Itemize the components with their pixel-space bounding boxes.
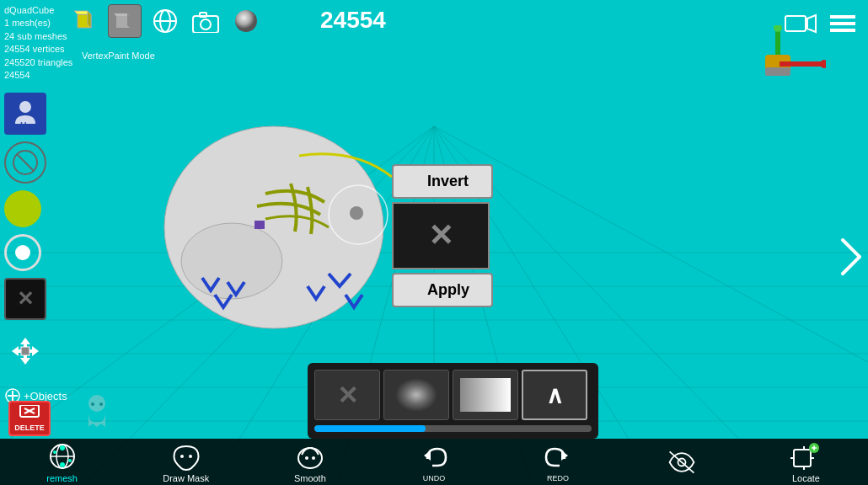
bottom-toolbar: remesh Draw Mask Smooth [0,439,868,485]
svg-point-69 [60,445,65,450]
svg-text:M: M [20,120,27,129]
brush-progress-fill [314,425,426,432]
svg-point-62 [99,402,103,406]
svg-rect-56 [21,347,29,355]
color-swatch[interactable]: ✕ [392,202,490,269]
svg-point-42 [820,60,826,68]
left-sidebar: M ✕ [4,93,46,372]
draw-mask-label: Draw Mask [163,473,209,483]
svg-line-81 [670,451,694,472]
vertex-paint-label: VertexPaint Mode [82,51,155,61]
remesh-label: remesh [46,473,78,483]
brush-x-icon: ✕ [337,381,358,410]
locate-btn[interactable]: Locate [780,441,831,483]
x-mark-icon: ✕ [428,218,453,253]
menu-btn[interactable] [826,7,860,40]
svg-rect-43 [765,67,790,76]
svg-rect-35 [830,15,855,19]
screenshot-btn[interactable] [189,4,222,38]
redo-icon [543,442,573,472]
3d-model[interactable] [131,93,400,345]
svg-marker-50 [20,358,30,365]
hide-icon [667,447,697,477]
id-count: 24554 [4,69,72,82]
svg-point-60 [88,395,105,412]
undo-btn[interactable]: UNDO [409,442,459,482]
svg-point-74 [189,455,192,458]
svg-marker-79 [561,450,568,461]
nav-right-btn[interactable] [839,236,864,281]
locate-label: Locate [792,473,820,483]
svg-point-71 [53,450,56,454]
smooth-label: Smooth [294,473,326,483]
undo-icon [419,442,449,472]
circle-slash-btn[interactable] [4,141,46,184]
brush-panel: ✕ ∧ [308,363,598,439]
mesh-count: 1 mesh(es) [4,17,72,29]
green-circle-btn[interactable] [4,190,41,227]
svg-line-47 [17,154,34,171]
delete-label: DELETE [14,424,45,432]
brush-progress-bar[interactable] [314,425,592,432]
object-count: 24554 [320,7,386,34]
svg-rect-38 [775,29,780,55]
gizmo[interactable] [733,25,826,96]
svg-point-75 [298,448,322,468]
svg-line-14 [434,126,868,362]
brush-x-btn[interactable]: ✕ [314,370,380,420]
svg-marker-52 [12,346,19,356]
brush-row: ✕ ∧ [314,370,592,420]
x-icon: ✕ [17,287,34,311]
undo-label: UNDO [423,474,446,482]
draw-mask-icon [171,441,201,472]
hide-btn[interactable] [656,447,707,477]
ghost-icon [80,393,114,430]
draw-mask-btn[interactable]: Draw Mask [161,441,212,483]
svg-rect-17 [255,221,265,229]
svg-point-30 [201,19,211,29]
invert-btn[interactable]: Invert [392,164,493,199]
person-icon-btn[interactable]: M [4,93,46,135]
sub-meshes: 24 sub meshes [4,30,72,43]
object-name: dQuadCube [4,4,72,17]
top-left-info: dQuadCube 1 mesh(es) 24 sub meshes 24554… [4,4,72,82]
remesh-icon [47,441,78,472]
svg-marker-22 [88,11,91,28]
white-ring-btn[interactable] [4,234,41,271]
svg-point-61 [91,402,94,406]
globe-icon-btn[interactable] [148,4,182,38]
move-btn[interactable] [4,330,46,372]
brush-gradient-icon [460,378,511,412]
svg-rect-37 [830,29,855,32]
apply-btn[interactable]: Apply [392,273,493,307]
remesh-btn[interactable]: remesh [37,441,88,483]
brush-chevron-icon: ∧ [546,381,564,409]
svg-point-44 [19,101,31,113]
svg-marker-54 [32,346,39,356]
vertices-count: 24554 vertices [4,43,72,56]
brush-cloud-btn[interactable] [383,370,449,420]
black-square-btn[interactable]: ✕ [4,278,46,320]
svg-point-77 [312,456,315,460]
svg-point-70 [60,462,65,467]
locate-icon [790,441,821,472]
vertexpaint-cube-btn[interactable] [108,4,142,38]
delete-btn[interactable]: DELETE [8,401,51,436]
svg-point-32 [235,10,257,32]
redo-label: REDO [547,474,569,482]
redo-btn[interactable]: REDO [533,442,583,482]
brush-chevron-btn[interactable]: ∧ [522,370,587,420]
top-toolbar [67,4,263,38]
brush-gradient-btn[interactable] [453,370,518,420]
svg-point-73 [180,455,184,458]
sphere-preview[interactable] [229,4,263,38]
svg-rect-31 [200,13,206,17]
svg-point-76 [305,456,308,460]
svg-rect-82 [794,450,811,466]
triangles-count: 245520 triangles [4,56,72,69]
smooth-btn[interactable]: Smooth [285,441,335,483]
invert-panel: Invert ✕ Apply [392,164,493,311]
svg-point-19 [350,206,363,220]
svg-rect-41 [780,61,822,67]
cube-icon-btn[interactable] [67,4,101,38]
